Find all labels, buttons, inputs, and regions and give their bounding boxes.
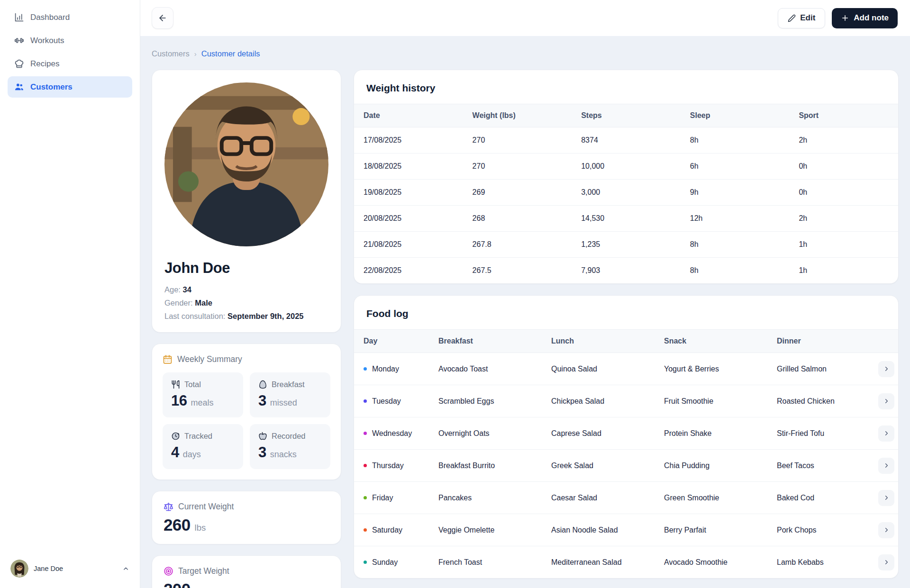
customer-age: Age: 34 (164, 285, 328, 294)
sidebar-item-label: Customers (30, 82, 73, 92)
cell: 2h (789, 206, 898, 232)
stat-value: 3 (258, 392, 266, 409)
snack-cell: Green Smoothie (655, 482, 767, 514)
sidebar-item-label: Dashboard (30, 13, 70, 22)
actions-cell (869, 353, 898, 385)
row-expand-button[interactable] (878, 361, 894, 377)
snack-cell: Berry Parfait (655, 514, 767, 546)
customer-last-consultation: Last consultation: September 9th, 2025 (164, 312, 328, 321)
current-weight-label: Current Weight (178, 502, 234, 512)
column-header: Lunch (542, 330, 655, 353)
day-cell: Friday (354, 482, 429, 514)
summary-tiles: Total 16meals Breakfast 3missed (163, 372, 330, 469)
stat-unit: snacks (270, 450, 297, 460)
day-cell: Monday (354, 353, 429, 385)
egg-icon (258, 380, 267, 389)
breadcrumb-customers[interactable]: Customers (152, 49, 190, 58)
chevron-up-icon (122, 565, 129, 572)
row-expand-button[interactable] (878, 393, 894, 409)
day-cell: Sunday (354, 546, 429, 579)
food-log-card: Food log DayBreakfastLunchSnackDinner Mo… (354, 295, 899, 579)
column-header: Sport (789, 104, 898, 127)
app: Dashboard Workouts Recipes Customers Jan… (0, 0, 910, 588)
utensils-icon (171, 380, 180, 389)
food-log-row[interactable]: FridayPancakesCaesar SaladGreen Smoothie… (354, 482, 898, 514)
row-expand-button[interactable] (878, 490, 894, 506)
cell: 267.5 (463, 258, 572, 284)
row-expand-button[interactable] (878, 522, 894, 538)
column-header: Day (354, 330, 429, 353)
snack-cell: Avocado Smoothie (655, 546, 767, 579)
back-button[interactable] (152, 7, 173, 29)
sidebar-nav: Dashboard Workouts Recipes Customers (8, 7, 132, 100)
weight-history-row: 18/08/202527010,0006h0h (354, 154, 898, 180)
food-log-row[interactable]: TuesdayScrambled EggsChickpea SaladFruit… (354, 385, 898, 417)
chevron-right-icon (883, 430, 890, 437)
chevron-right-icon (883, 398, 890, 405)
sidebar-item-dashboard[interactable]: Dashboard (8, 7, 132, 28)
cell: 270 (463, 127, 572, 154)
food-log-header-row: DayBreakfastLunchSnackDinner (354, 330, 898, 353)
dumbbell-icon (14, 36, 24, 45)
weight-history-card: Weight history DateWeight (lbs)StepsSlee… (354, 70, 899, 284)
column-header: Sleep (681, 104, 790, 127)
lunch-cell: Quinoa Salad (542, 353, 655, 385)
sidebar-item-label: Workouts (30, 36, 64, 45)
edit-button[interactable]: Edit (778, 8, 825, 28)
current-weight-unit: lbs (195, 523, 206, 533)
row-expand-button[interactable] (878, 554, 894, 570)
food-log-row[interactable]: WednesdayOvernight OatsCaprese SaladProt… (354, 417, 898, 450)
target-icon (164, 566, 173, 576)
column-header: Steps (572, 104, 681, 127)
cell: 22/08/2025 (354, 258, 463, 284)
add-note-button[interactable]: Add note (832, 8, 898, 28)
dinner-cell: Stir-Fried Tofu (767, 417, 869, 450)
apple-icon (258, 432, 267, 441)
chevron-right-icon (883, 559, 890, 566)
weight-history-title: Weight history (354, 70, 898, 104)
day-cell: Saturday (354, 514, 429, 546)
add-note-button-label: Add note (854, 13, 889, 23)
lunch-cell: Mediterranean Salad (542, 546, 655, 579)
user-menu[interactable]: Jane Doe (8, 558, 132, 579)
food-log-row[interactable]: ThursdayBreakfast BurritoGreek SaladChia… (354, 450, 898, 482)
food-log-row[interactable]: SaturdayVeggie OmeletteAsian Noodle Sala… (354, 514, 898, 546)
cell: 10,000 (572, 154, 681, 180)
actions-cell (869, 514, 898, 546)
day-dot (364, 432, 367, 435)
sidebar-item-customers[interactable]: Customers (8, 76, 132, 98)
weight-history-row: 21/08/2025267.81,2358h1h (354, 232, 898, 258)
day-dot (364, 367, 367, 371)
customer-gender: Gender: Male (164, 299, 328, 308)
target-weight-label: Target Weight (178, 566, 229, 576)
food-log-row[interactable]: SundayFrench ToastMediterranean SaladAvo… (354, 546, 898, 579)
cell: 17/08/2025 (354, 127, 463, 154)
dinner-cell: Roasted Chicken (767, 385, 869, 417)
day-cell: Tuesday (354, 385, 429, 417)
edit-button-label: Edit (800, 13, 815, 23)
cell: 8374 (572, 127, 681, 154)
breakfast-cell: Avocado Toast (429, 353, 542, 385)
stat-unit: missed (270, 398, 297, 408)
clock-icon (171, 432, 180, 441)
stat-label: Tracked (184, 432, 212, 441)
weight-history-table: DateWeight (lbs)StepsSleepSport 17/08/20… (354, 104, 898, 283)
stat-label: Breakfast (272, 380, 305, 389)
row-expand-button[interactable] (878, 425, 894, 442)
day-dot (364, 561, 367, 564)
chevron-right-icon (883, 462, 890, 469)
page-layout: John Doe Age: 34 Gender: Male Last consu… (152, 70, 899, 588)
chevron-right-icon: › (194, 50, 197, 58)
cell: 21/08/2025 (354, 232, 463, 258)
actions-cell (869, 417, 898, 450)
cell: 12h (681, 206, 790, 232)
food-log-row[interactable]: MondayAvocado ToastQuinoa SaladYogurt & … (354, 353, 898, 385)
cell: 268 (463, 206, 572, 232)
dinner-cell: Lamb Kebabs (767, 546, 869, 579)
cell: 20/08/2025 (354, 206, 463, 232)
weight-history-row: 20/08/202526814,53012h2h (354, 206, 898, 232)
row-expand-button[interactable] (878, 458, 894, 474)
sidebar-item-recipes[interactable]: Recipes (8, 53, 132, 74)
sidebar-item-workouts[interactable]: Workouts (8, 30, 132, 51)
cell: 9h (681, 180, 790, 206)
